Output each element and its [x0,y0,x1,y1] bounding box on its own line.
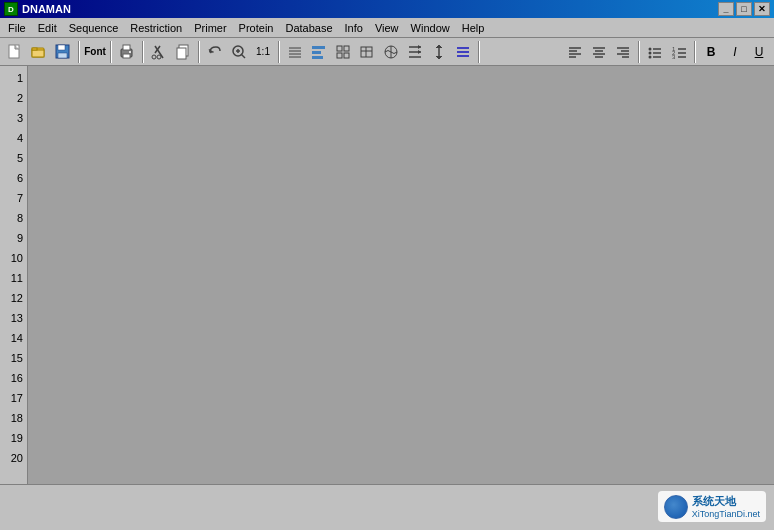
menu-item-info[interactable]: Info [339,20,369,36]
line-number-10: 10 [0,248,27,268]
line-number-18: 18 [0,408,27,428]
svg-text:3: 3 [672,54,676,60]
zoom-in-button[interactable] [228,41,250,63]
menu-item-window[interactable]: Window [405,20,456,36]
tool6-button[interactable] [452,41,474,63]
app-icon-text: D [8,5,14,14]
open-button[interactable] [28,41,50,63]
line-number-3: 3 [0,108,27,128]
line-number-7: 7 [0,188,27,208]
menu-item-help[interactable]: Help [456,20,491,36]
svg-rect-27 [312,56,323,59]
separator-r2 [694,41,696,63]
svg-rect-6 [58,53,67,58]
line-number-1: 1 [0,68,27,88]
line-number-16: 16 [0,368,27,388]
maximize-button[interactable]: □ [736,2,752,16]
font-label: Font [84,46,106,57]
minimize-button[interactable]: _ [718,2,734,16]
line-number-19: 19 [0,428,27,448]
menu-bar: FileEditSequenceRestrictionPrimerProtein… [0,18,774,38]
line-number-12: 12 [0,288,27,308]
tool2-button[interactable] [356,41,378,63]
menu-item-restriction[interactable]: Restriction [124,20,188,36]
svg-rect-0 [9,45,19,58]
line-number-5: 5 [0,148,27,168]
svg-line-18 [241,54,245,58]
watermark: 系统天地 XiTongTianDi.net [658,491,766,522]
italic-button[interactable]: I [724,41,746,63]
tool3-button[interactable] [380,41,402,63]
print-button[interactable] [116,41,138,63]
svg-rect-30 [337,53,342,58]
menu-item-protein[interactable]: Protein [233,20,280,36]
bullet-list-button[interactable] [644,41,666,63]
menu-item-database[interactable]: Database [279,20,338,36]
cut-button[interactable] [148,41,170,63]
line-number-17: 17 [0,388,27,408]
zoom-label: 1:1 [252,41,274,63]
numbered-list-button[interactable]: 1 2 3 [668,41,690,63]
app-icon: D [4,2,18,16]
toolbar-1: Font [0,38,774,66]
svg-point-10 [129,51,131,53]
align-right-button[interactable] [612,41,634,63]
svg-point-58 [649,55,652,58]
svg-rect-8 [123,45,130,50]
line-number-2: 2 [0,88,27,108]
tool5-button[interactable] [428,41,450,63]
tool1-button[interactable] [332,41,354,63]
line-number-6: 6 [0,168,27,188]
menu-item-view[interactable]: View [369,20,405,36]
title-controls: _ □ ✕ [718,2,770,16]
svg-rect-29 [344,46,349,51]
menu-item-file[interactable]: File [2,20,32,36]
watermark-globe-icon [664,495,688,519]
svg-point-57 [649,51,652,54]
close-button[interactable]: ✕ [754,2,770,16]
line-number-4: 4 [0,128,27,148]
separator-3 [142,41,144,63]
separator-4 [198,41,200,63]
svg-rect-26 [312,51,321,54]
svg-rect-31 [344,53,349,58]
separator-6 [478,41,480,63]
line-number-20: 20 [0,448,27,468]
svg-rect-28 [337,46,342,51]
svg-point-56 [649,47,652,50]
underline-button[interactable]: U [748,41,770,63]
line-number-9: 9 [0,228,27,248]
tool4-button[interactable] [404,41,426,63]
title-bar: D DNAMAN _ □ ✕ [0,0,774,18]
watermark-text-line1: 系统天地 [692,494,760,509]
svg-rect-25 [312,46,325,49]
zoom-text: 1:1 [256,46,270,57]
menu-item-edit[interactable]: Edit [32,20,63,36]
font-button[interactable]: Font [84,41,106,63]
new-button[interactable] [4,41,26,63]
svg-point-14 [157,55,161,59]
menu-item-sequence[interactable]: Sequence [63,20,125,36]
sequence-area[interactable] [28,66,774,484]
line-number-14: 14 [0,328,27,348]
separator-r1 [638,41,640,63]
main-area: 1234567891011121314151617181920 [0,66,774,484]
seq-list-button[interactable] [284,41,306,63]
copy-button[interactable] [172,41,194,63]
line-numbers-panel: 1234567891011121314151617181920 [0,66,28,484]
menu-item-primer[interactable]: Primer [188,20,232,36]
align-button[interactable] [308,41,330,63]
save-button[interactable] [52,41,74,63]
svg-rect-16 [177,48,186,59]
bold-button[interactable]: B [700,41,722,63]
undo-button[interactable] [204,41,226,63]
svg-point-13 [152,55,156,59]
align-center-button[interactable] [588,41,610,63]
line-number-13: 13 [0,308,27,328]
svg-rect-2 [32,50,44,57]
line-number-8: 8 [0,208,27,228]
svg-rect-5 [58,45,65,50]
right-format-toolbar: 1 2 3 B I U [564,41,770,63]
watermark-text: 系统天地 XiTongTianDi.net [692,494,760,519]
align-left-button[interactable] [564,41,586,63]
